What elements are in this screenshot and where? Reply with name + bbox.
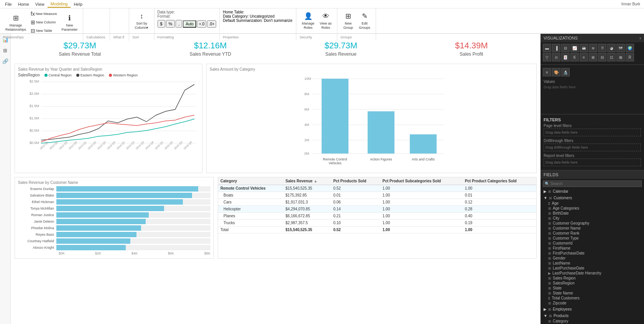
increase-decimal-button[interactable]: .0+ — [207, 20, 216, 28]
new-group-button[interactable]: ⊞ NewGroup — [340, 10, 356, 31]
viz-ribbon[interactable]: ≋ — [589, 44, 597, 52]
report-level-label: Report level filters — [544, 154, 641, 158]
main-layout: 📊 ⊞ 🔗 $29.73M Sales Revenue Total $12.16… — [0, 34, 644, 324]
comma-button[interactable]: , — [176, 20, 182, 28]
field-group-employees-header[interactable]: ▶⊞Employees — [542, 306, 644, 312]
formatting-section-label: Formatting — [158, 35, 174, 39]
viz-pie[interactable]: ◕ — [607, 44, 616, 52]
manage-roles-button[interactable]: 👤 ManageRoles — [299, 10, 317, 31]
hbar-row: Salvatore Blake — [18, 193, 210, 198]
svg-rect-42 — [410, 134, 437, 154]
tab-modeling[interactable]: Modeling — [48, 1, 71, 8]
svg-text:0M: 0M — [304, 152, 309, 155]
field-salesregion[interactable]: ⊞SalesRegion — [542, 281, 644, 286]
field-birthdate[interactable]: ⊞BirthDate — [542, 211, 644, 216]
hbar-row: Roman Justice — [18, 212, 210, 218]
hbar-label: Ethel Hickman — [18, 200, 56, 204]
viz-table[interactable]: ⊞ — [589, 53, 597, 61]
field-customer-geography[interactable]: ⊞Customer Geography — [542, 221, 644, 226]
cell-category: Cars — [218, 199, 283, 206]
field-group-customers-header[interactable]: ▼ ⊞ Customers — [542, 195, 644, 201]
viz-format-icon[interactable]: 🎨 — [552, 68, 560, 76]
new-measure-icon: fx — [31, 11, 35, 17]
field-customerid[interactable]: ⊞CustomerId — [542, 241, 644, 246]
viz-fields-icon[interactable]: ≡ — [543, 68, 551, 76]
viz-map[interactable]: 🗺 — [616, 44, 625, 52]
field-state-name[interactable]: ⊞State Name — [542, 291, 644, 296]
field-group-products-header[interactable]: ▼⊞Products — [542, 313, 644, 319]
cell-pct-cat: 1.00 — [463, 226, 536, 233]
viz-stacked-col[interactable]: ⊟ — [561, 44, 570, 52]
fields-search-input[interactable] — [550, 182, 640, 186]
cell-pct-cat: 0.12 — [463, 199, 536, 206]
svg-text:Action Figures: Action Figures — [370, 157, 392, 161]
new-column-button[interactable]: ⊞ New Column — [29, 18, 58, 26]
left-sidebar: 📊 ⊞ 🔗 — [0, 34, 11, 324]
viz-bar[interactable]: ▐ — [552, 44, 560, 52]
field-customer-name[interactable]: ⊞Customer Name — [542, 226, 644, 231]
viz-line[interactable]: 📈 — [570, 44, 579, 52]
new-parameter-button[interactable]: ℹ NewParameter — [59, 12, 80, 33]
field-age-categories[interactable]: ⊞Age Categories — [542, 206, 644, 211]
field-firstname[interactable]: ⊞FirstName — [542, 246, 644, 251]
field-lastpurchasedate-hierarchy[interactable]: ▶LastPurchaseDate Hierarchy — [542, 271, 644, 276]
tab-home[interactable]: Home — [15, 1, 32, 7]
field-group-calendar-header[interactable]: ▶ ⊞ Calendar — [542, 188, 644, 194]
field-state[interactable]: ⊞State — [542, 286, 644, 291]
new-table-button[interactable]: ⊟ New Table — [29, 27, 58, 35]
currency-button[interactable]: $ — [158, 20, 165, 28]
svg-text:$1.0M: $1.0M — [30, 116, 39, 120]
field-firstpurchasedate[interactable]: ⊞FirstPurchaseDate — [542, 251, 644, 256]
viz-kpi[interactable]: K — [570, 53, 579, 61]
viz-funnel[interactable]: ▽ — [543, 53, 551, 61]
viz-treemap[interactable]: ⊡ — [607, 53, 616, 61]
sort-by-column-button[interactable]: ↕ Sort byColumn▾ — [132, 10, 151, 31]
search-icon: 🔍 — [545, 182, 549, 186]
field-total-customers[interactable]: ΣTotal Customers — [542, 296, 644, 301]
decrease-decimal-button[interactable]: +.0 — [197, 20, 206, 28]
hbar-row: Tonya McMillan — [18, 206, 210, 211]
model-view-icon[interactable]: 🔗 — [1, 57, 10, 65]
col-revenue[interactable]: Sales Revenue ▲ — [283, 177, 331, 185]
field-lastpurchasedate[interactable]: ⊞LastPurchaseDate — [542, 266, 644, 271]
fields-search-box[interactable]: 🔍 — [543, 180, 642, 187]
edit-groups-icon: ✎ — [359, 11, 370, 21]
manage-relationships-button[interactable]: ⊞ ManageRelationships — [3, 12, 28, 33]
viz-stacked-bar[interactable]: ▬ — [543, 44, 551, 52]
page-level-label: Page level filters — [544, 124, 641, 128]
hbar-row: Erasmo Dunlap — [18, 186, 210, 192]
field-age[interactable]: ΣAge — [542, 201, 644, 206]
auto-button[interactable]: Auto — [183, 20, 196, 28]
viz-scatter[interactable]: ⠿ — [598, 44, 606, 52]
hbar-track — [56, 232, 210, 237]
viz-area[interactable]: 🏔 — [580, 44, 588, 52]
tab-help[interactable]: Help — [71, 1, 85, 7]
edit-groups-button[interactable]: ✎ EditGroups — [356, 10, 373, 31]
viz-card[interactable]: 🃏 — [561, 53, 570, 61]
field-gender[interactable]: ⊞Gender — [542, 256, 644, 261]
viz-slicer[interactable]: ≡ — [580, 53, 588, 61]
new-measure-button[interactable]: fx New Measure — [29, 10, 58, 18]
manage-roles-label: ManageRoles — [302, 21, 314, 30]
field-zipcode[interactable]: ⊞Zipcode — [542, 301, 644, 306]
data-view-icon[interactable]: ⊞ — [1, 46, 10, 55]
viz-gauge[interactable]: ⊙ — [552, 53, 560, 61]
tab-view[interactable]: View — [32, 1, 48, 7]
viz-matrix[interactable]: ⊟ — [598, 53, 606, 61]
cell-pct-products: 0.10 — [331, 220, 380, 226]
viz-filled-map[interactable]: 🌍 — [626, 44, 634, 52]
field-sales-region[interactable]: ⊞Sales Region — [542, 276, 644, 281]
table-row: Boats $175,392.85 0.01 1.00 0.01 — [218, 192, 536, 199]
view-as-roles-button[interactable]: 👁 View asRoles — [317, 10, 334, 31]
viz-custom[interactable]: R — [626, 53, 634, 61]
field-category[interactable]: ⊞Category — [542, 319, 644, 324]
field-customer-type[interactable]: ⊞Customer Type — [542, 236, 644, 241]
viz-waterfall[interactable]: ⊠ — [616, 53, 625, 61]
viz-analytics-icon[interactable]: 🔬 — [561, 68, 570, 76]
fields-header[interactable]: FIELDS — [540, 170, 644, 179]
field-city[interactable]: ⊞City — [542, 216, 644, 221]
percent-button[interactable]: % — [166, 20, 175, 28]
tab-file[interactable]: File — [2, 1, 15, 7]
field-lastname[interactable]: ⊞LastName — [542, 261, 644, 266]
field-customer-rank[interactable]: ⊞Customer Rank — [542, 231, 644, 236]
